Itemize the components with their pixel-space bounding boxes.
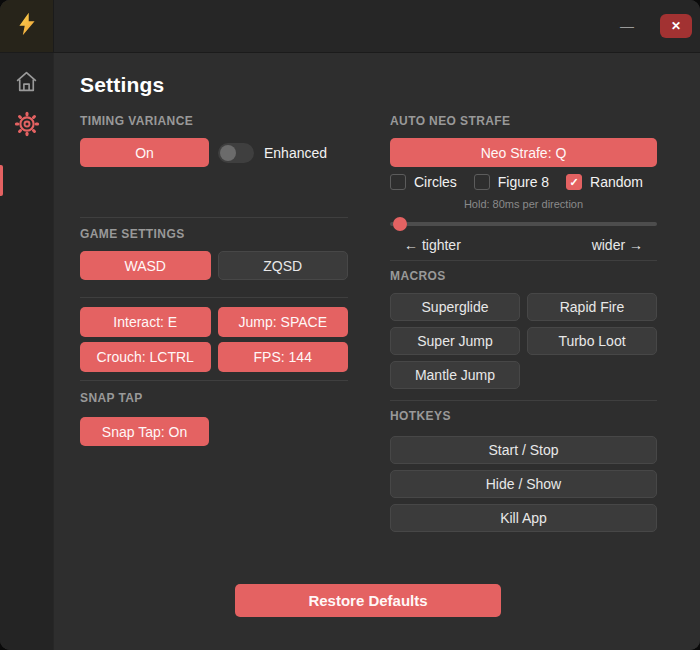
hold-slider[interactable] <box>390 217 657 231</box>
hold-duration-text: Hold: 80ms per direction <box>390 198 657 210</box>
layout-wasd-button[interactable]: WASD <box>80 251 211 280</box>
enhanced-toggle[interactable] <box>218 143 254 163</box>
mode-random-option: ✓ Random <box>566 174 643 190</box>
lightning-bolt-icon <box>14 11 40 41</box>
gear-icon <box>14 111 40 140</box>
divider <box>390 400 657 401</box>
divider <box>390 260 657 261</box>
sidebar <box>0 53 54 650</box>
macro-superglide-button[interactable]: Superglide <box>390 293 520 321</box>
neo-strafe-key-button[interactable]: Neo Strafe: Q <box>390 138 657 167</box>
divider <box>80 217 348 218</box>
app-logo <box>0 0 54 52</box>
hold-slider-thumb[interactable] <box>393 217 407 231</box>
close-button[interactable]: ✕ <box>660 14 692 38</box>
hotkey-start-stop-button[interactable]: Start / Stop <box>390 436 657 464</box>
crouch-keybind-button[interactable]: Crouch: LCTRL <box>80 342 211 372</box>
left-column: TIMING VARIANCE On Enhanced GAME SETTING… <box>80 114 348 532</box>
slider-range-labels: ← tighter wider → <box>390 237 657 253</box>
circles-label: Circles <box>414 174 457 190</box>
snap-tap-label: SNAP TAP <box>80 391 348 405</box>
title-bar-drag-area[interactable] <box>54 0 616 52</box>
home-icon <box>14 69 39 97</box>
tighter-label: ← tighter <box>404 237 461 253</box>
random-checkbox[interactable]: ✓ <box>566 174 582 190</box>
macro-mantle-jump-button[interactable]: Mantle Jump <box>390 361 520 389</box>
layout-zqsd-button[interactable]: ZQSD <box>218 251 349 280</box>
restore-defaults-button[interactable]: Restore Defaults <box>235 584 501 617</box>
mode-circles-option: Circles <box>390 174 457 190</box>
right-column: AUTO NEO STRAFE Neo Strafe: Q Circles Fi… <box>390 114 657 532</box>
snap-tap-button[interactable]: Snap Tap: On <box>80 417 209 446</box>
auto-neo-strafe-label: AUTO NEO STRAFE <box>390 114 657 128</box>
title-bar: — ✕ <box>0 0 700 53</box>
macro-turbo-loot-button[interactable]: Turbo Loot <box>527 327 657 355</box>
page-title: Settings <box>80 73 700 97</box>
fps-button[interactable]: FPS: 144 <box>218 342 349 372</box>
mode-figure8-option: Figure 8 <box>474 174 549 190</box>
game-settings-label: GAME SETTINGS <box>80 227 348 241</box>
strafe-mode-options: Circles Figure 8 ✓ Random <box>390 174 657 190</box>
hold-slider-track[interactable] <box>390 222 657 226</box>
sidebar-item-settings[interactable] <box>0 104 53 146</box>
figure8-checkbox[interactable] <box>474 174 490 190</box>
circles-checkbox[interactable] <box>390 174 406 190</box>
figure8-label: Figure 8 <box>498 174 549 190</box>
app-window: — ✕ <box>0 0 700 650</box>
jump-keybind-button[interactable]: Jump: SPACE <box>218 307 349 337</box>
close-icon: ✕ <box>671 20 681 32</box>
minimize-button[interactable]: — <box>616 19 638 33</box>
settings-page: Settings TIMING VARIANCE On Enhanced GAM… <box>54 53 700 650</box>
macro-super-jump-button[interactable]: Super Jump <box>390 327 520 355</box>
random-label: Random <box>590 174 643 190</box>
hotkey-hide-show-button[interactable]: Hide / Show <box>390 470 657 498</box>
hotkeys-label: HOTKEYS <box>390 409 657 423</box>
active-nav-indicator <box>0 165 3 196</box>
toggle-knob <box>220 145 236 161</box>
macro-rapid-fire-button[interactable]: Rapid Fire <box>527 293 657 321</box>
checkmark-icon: ✓ <box>569 177 578 188</box>
window-controls: — ✕ <box>616 0 700 52</box>
divider <box>80 297 348 298</box>
timing-variance-on-button[interactable]: On <box>80 138 209 167</box>
divider <box>80 380 348 381</box>
interact-keybind-button[interactable]: Interact: E <box>80 307 211 337</box>
hotkey-kill-app-button[interactable]: Kill App <box>390 504 657 532</box>
enhanced-label: Enhanced <box>264 145 327 161</box>
timing-variance-label: TIMING VARIANCE <box>80 114 348 128</box>
sidebar-item-home[interactable] <box>0 62 53 104</box>
wider-label: wider → <box>592 237 643 253</box>
macros-label: MACROS <box>390 269 657 283</box>
